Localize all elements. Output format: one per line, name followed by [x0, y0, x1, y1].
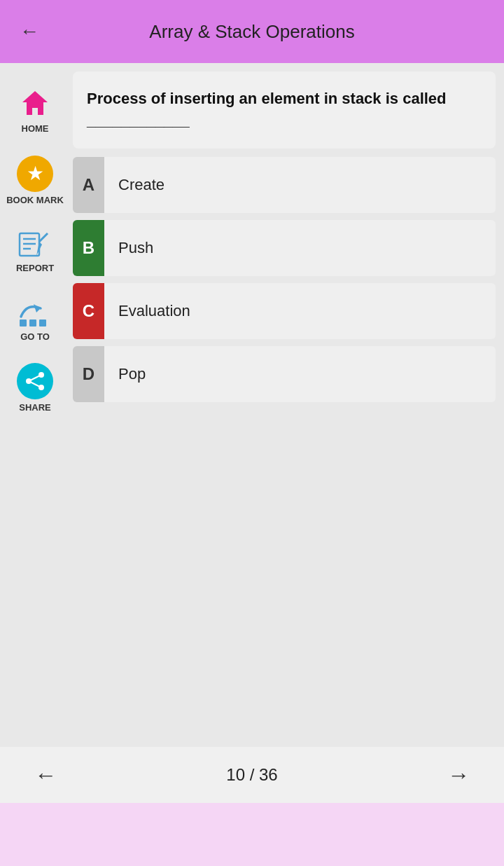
content-area: Process of inserting an element in stack…: [70, 63, 504, 747]
answer-text-wrap-c: Evaluation: [104, 283, 496, 339]
answer-text-wrap-d: Pop: [104, 346, 496, 402]
answer-text-wrap-a: Create: [104, 157, 496, 213]
page-indicator: 10 / 36: [226, 765, 277, 785]
goto-icon: [14, 295, 56, 331]
sidebar-goto-label: GO TO: [20, 331, 50, 343]
answer-option-d[interactable]: D Pop: [73, 346, 496, 402]
prev-arrow-icon: ←: [34, 762, 57, 788]
bottom-navigation: ← 10 / 36 →: [0, 747, 504, 803]
prev-button[interactable]: ←: [28, 757, 63, 792]
answer-option-a[interactable]: A Create: [73, 157, 496, 213]
svg-rect-10: [39, 319, 46, 327]
svg-marker-7: [34, 304, 41, 312]
sidebar-item-goto[interactable]: GO TO: [0, 288, 70, 350]
page-title: Array & Stack Operations: [45, 21, 490, 43]
back-arrow-icon: ←: [20, 20, 39, 43]
star-icon: ★: [27, 162, 44, 185]
answer-letter-d: D: [73, 346, 104, 402]
question-text: Process of inserting an element in stack…: [87, 90, 447, 129]
answer-option-c[interactable]: C Evaluation: [73, 283, 496, 339]
next-arrow-icon: →: [447, 762, 470, 788]
next-button[interactable]: →: [441, 757, 476, 792]
sidebar: HOME ★ BOOK MARK: [0, 63, 70, 747]
sidebar-item-bookmark[interactable]: ★ BOOK MARK: [0, 149, 70, 213]
sidebar-share-label: SHARE: [19, 402, 51, 413]
sidebar-item-report[interactable]: REPORT: [0, 219, 70, 281]
back-button[interactable]: ←: [14, 16, 45, 47]
answer-text-c: Evaluation: [118, 302, 190, 320]
svg-line-5: [39, 233, 48, 242]
answer-text-a: Create: [118, 176, 164, 194]
share-icon: [17, 363, 53, 399]
sidebar-bookmark-label: BOOK MARK: [6, 195, 64, 206]
footer-accent: [0, 803, 504, 866]
answer-text-b: Push: [118, 239, 153, 257]
sidebar-item-share[interactable]: SHARE: [0, 356, 70, 420]
answer-letter-c: C: [73, 283, 104, 339]
answer-text-d: Pop: [118, 365, 146, 383]
sidebar-report-label: REPORT: [16, 263, 54, 274]
answer-letter-a: A: [73, 157, 104, 213]
sidebar-item-home[interactable]: HOME: [0, 77, 70, 142]
sidebar-home-label: HOME: [22, 123, 49, 135]
svg-marker-0: [22, 91, 48, 115]
question-card: Process of inserting an element in stack…: [73, 71, 496, 149]
main-content: HOME ★ BOOK MARK: [0, 63, 504, 747]
answer-option-b[interactable]: B Push: [73, 220, 496, 276]
svg-rect-8: [20, 319, 27, 327]
svg-line-14: [29, 375, 41, 381]
svg-rect-9: [29, 319, 36, 327]
answer-text-wrap-b: Push: [104, 220, 496, 276]
answer-letter-b: B: [73, 220, 104, 276]
report-icon: [17, 226, 53, 263]
home-icon: [17, 84, 53, 121]
bookmark-icon: ★: [17, 156, 53, 192]
svg-line-15: [29, 381, 41, 387]
header: ← Array & Stack Operations: [0, 0, 504, 63]
